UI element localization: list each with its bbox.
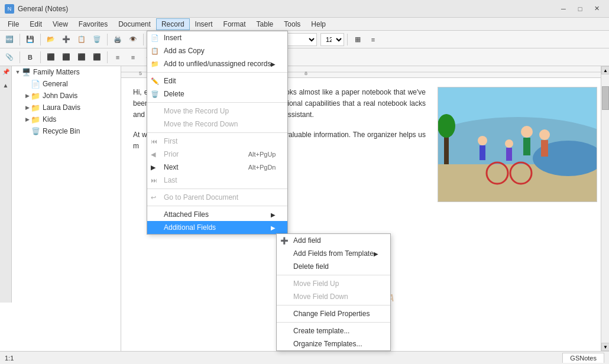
tb-print[interactable]: 🖨️ (111, 32, 125, 47)
tb-copy[interactable]: 📋 (74, 32, 89, 47)
tb-columns[interactable]: ≡ (366, 32, 380, 47)
tree-item-john-davis[interactable]: ▶ 📁 John Davis (12, 90, 121, 102)
dm-attached-files[interactable]: Attached Files ▶ (147, 208, 287, 221)
tb2-justify[interactable]: ⬛ (90, 50, 104, 64)
scroll-down-btn[interactable]: ▼ (601, 343, 609, 351)
add-field-icon: ➕ (280, 237, 292, 245)
tb2-align-center[interactable]: ⬛ (59, 50, 73, 64)
svg-rect-10 (480, 145, 485, 160)
maximize-button[interactable]: □ (572, 2, 588, 15)
tree-item-recycle[interactable]: 🗑️ Recycle Bin (12, 125, 121, 137)
tb-delete[interactable]: 🗑️ (90, 32, 104, 47)
tree-item-laura-davis[interactable]: ▶ 📁 Laura Davis (12, 102, 121, 113)
menu-file[interactable]: File (2, 18, 24, 30)
family-photo (438, 87, 597, 202)
menu-insert[interactable]: Insert (190, 18, 218, 30)
dm-create-template[interactable]: Create template... (277, 324, 390, 337)
window-title: General (Notes) (18, 5, 68, 13)
title-bar: N General (Notes) ─ □ ✕ (0, 0, 609, 18)
dm-organize-templates[interactable]: Organize Templates... (277, 337, 390, 350)
copy-icon: 📋 (151, 47, 163, 55)
svg-point-15 (505, 139, 513, 148)
dm-edit[interactable]: ✏️ Edit (147, 74, 287, 87)
tree-arrow-kids: ▶ (24, 116, 31, 122)
menu-record[interactable]: Record (156, 18, 190, 30)
svg-point-11 (521, 126, 533, 138)
tb2-align-left[interactable]: ⬛ (44, 50, 58, 64)
next-icon: ▶ (151, 164, 163, 171)
dm-additional-fields[interactable]: Additional Fields ▶ (147, 221, 287, 234)
sidebar-icon2[interactable]: ▲ (2, 82, 9, 89)
template-arrow: ▶ (374, 251, 378, 257)
menu-bar: File Edit View Favorites Document Record… (0, 18, 609, 31)
dm-first: ⏮ First (147, 135, 287, 148)
tree-item-kids[interactable]: ▶ 📁 Kids (12, 113, 121, 125)
insert-icon: 📄 (151, 34, 163, 42)
tree-label-general: General (43, 80, 68, 88)
tree-label-laura: Laura Davis (43, 103, 80, 112)
tb-new[interactable]: 🆕 (2, 32, 17, 47)
scroll-thumb[interactable] (602, 86, 609, 110)
dm-delete[interactable]: 🗑️ Delete (147, 87, 287, 100)
menu-format[interactable]: Format (218, 18, 251, 30)
svg-rect-14 (541, 140, 548, 157)
last-icon: ⏭ (151, 177, 163, 184)
tree-item-family-matters[interactable]: ▼ 🖥️ Family Matters (12, 66, 121, 78)
dm-sep-af1 (277, 275, 390, 275)
next-shortcut: Alt+PgDn (237, 164, 276, 171)
title-controls: ─ □ ✕ (556, 2, 604, 15)
tb2-list[interactable]: ≡ (111, 50, 125, 64)
minimize-button[interactable]: ─ (556, 2, 571, 15)
edit-icon: ✏️ (151, 77, 163, 85)
dm-add-fields-from-template[interactable]: Add Fields from Template ▶ (277, 247, 390, 260)
dm-move-field-down: Move Field Down (277, 290, 390, 303)
tb-folder[interactable]: 📂 (44, 32, 58, 47)
scrollbar-vertical[interactable]: ▲ ▼ (601, 66, 609, 351)
tree-label-john: John Davis (43, 92, 77, 100)
sidebar: 📌 ▲ ▼ 🖥️ Family Matters 📄 General (0, 66, 121, 351)
delete-icon: 🗑️ (151, 90, 163, 98)
sidebar-pin[interactable]: 📌 (2, 69, 9, 75)
dm-delete-field[interactable]: Delete field (277, 260, 390, 273)
dm-move-up: Move the Record Up (147, 105, 287, 118)
menu-table[interactable]: Table (251, 18, 279, 30)
dm-insert[interactable]: 📄 Insert (147, 31, 287, 44)
menu-view[interactable]: View (47, 18, 73, 30)
dm-add-to-unfiled[interactable]: 📁 Add to unfiled/unassigned records ▶ (147, 57, 287, 70)
dm-add-field[interactable]: ➕ Add field (277, 234, 390, 247)
menu-document[interactable]: Document (113, 18, 156, 30)
menu-edit[interactable]: Edit (24, 18, 47, 30)
dm-sep1 (147, 72, 287, 73)
status-tab-gsnotes[interactable]: GSNotes (562, 353, 604, 363)
tb2-align-right[interactable]: ⬛ (74, 50, 89, 64)
additional-fields-submenu: ➕ Add field Add Fields from Template ▶ D… (276, 233, 391, 351)
dm-go-to-parent: ↩ Go to Parent Document (147, 191, 287, 204)
tree-label-kids: Kids (43, 115, 56, 124)
dm-add-as-copy[interactable]: 📋 Add as Copy (147, 44, 287, 57)
tb-preview[interactable]: 👁️ (126, 32, 140, 47)
tree-icon-laura: 📁 (31, 103, 40, 112)
tree-icon-family: 🖥️ (21, 67, 31, 77)
tb-size-select[interactable]: 12 (320, 33, 344, 46)
svg-rect-12 (523, 138, 530, 155)
tb2-bold[interactable]: B (23, 50, 37, 64)
menu-help[interactable]: Help (306, 18, 331, 30)
tree-item-general[interactable]: 📄 General (12, 78, 121, 90)
tb2-list2[interactable]: ≡ (126, 50, 140, 64)
prior-shortcut: Alt+PgUp (237, 151, 276, 158)
dm-sep3 (147, 132, 287, 133)
close-button[interactable]: ✕ (589, 2, 604, 15)
dm-change-field-props[interactable]: Change Field Properties (277, 307, 390, 320)
menu-favorites[interactable]: Favorites (73, 18, 113, 30)
scroll-up-btn[interactable]: ▲ (601, 66, 609, 74)
dm-sep-af3 (277, 322, 390, 323)
status-bar: 1:1 GSNotes (0, 351, 609, 364)
tb-add[interactable]: ➕ (59, 32, 73, 47)
tb-save[interactable]: 💾 (23, 32, 37, 47)
menu-tools[interactable]: Tools (278, 18, 306, 30)
tb-table[interactable]: ▦ (351, 32, 365, 47)
tb2-attach[interactable]: 📎 (2, 50, 17, 64)
dm-next[interactable]: ▶ Next Alt+PgDn (147, 161, 287, 174)
tree-arrow-john: ▶ (24, 93, 31, 99)
unfiled-icon: 📁 (151, 60, 163, 68)
